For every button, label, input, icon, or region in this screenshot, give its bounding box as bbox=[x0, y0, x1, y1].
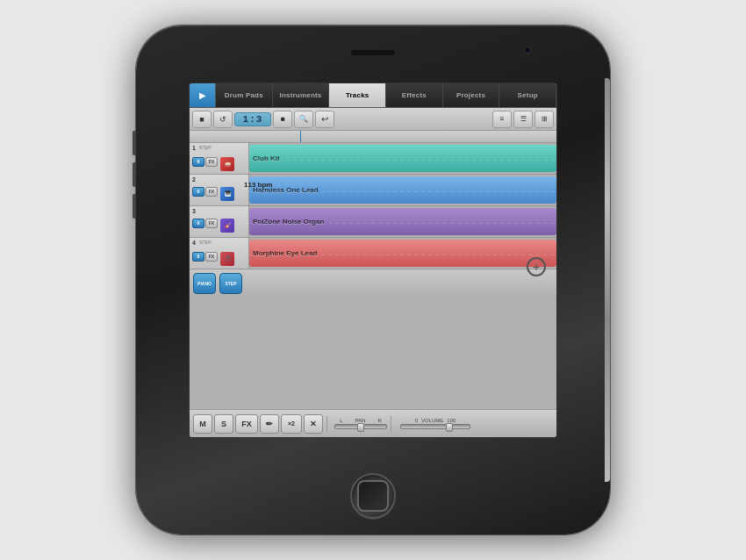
track-4-fx[interactable]: FX bbox=[205, 252, 218, 262]
pencil-button[interactable]: ✏ bbox=[260, 414, 279, 434]
track-1-buttons: II FX 🥁 bbox=[192, 157, 234, 171]
track-1-fx[interactable]: FX bbox=[205, 157, 218, 167]
track-4-number: 4 bbox=[192, 240, 196, 246]
tab-instruments[interactable]: Instruments bbox=[273, 83, 330, 107]
track-2-controls: 2 II FX 🎹 bbox=[190, 175, 249, 205]
tab-drum-pads[interactable]: Drum Pads bbox=[216, 83, 273, 107]
copy-button[interactable]: ×2 bbox=[281, 414, 302, 434]
add-piano-button[interactable]: PIANO bbox=[193, 273, 216, 294]
track-1-mute[interactable]: II bbox=[192, 157, 204, 167]
track-4-controls: 4 STEP II FX 🎵 bbox=[190, 238, 249, 269]
pan-slider[interactable] bbox=[334, 424, 387, 429]
loop-button[interactable]: ↺ bbox=[213, 111, 233, 128]
track-4-buttons: II FX 🎵 bbox=[192, 252, 234, 266]
track-2-buttons: II FX 🎹 bbox=[192, 187, 234, 201]
top-nav: Drum Pads Instruments Tracks Effects Pro… bbox=[190, 83, 556, 108]
earpiece bbox=[351, 50, 395, 55]
add-step-button[interactable]: STEP bbox=[219, 273, 242, 294]
track-4-block: Morphine Eye Lead bbox=[249, 240, 556, 267]
rows-view-button[interactable]: ☰ bbox=[513, 111, 533, 128]
mute-button[interactable]: M bbox=[193, 414, 212, 434]
undo-button[interactable]: ↩ bbox=[315, 111, 334, 128]
track-row: 1 STEP II FX 🥁 bbox=[190, 143, 556, 175]
toolbar: ■ ↺ 1:3 ⏺ 🔍 ↩ ≡ ☰ ⊞ bbox=[190, 108, 556, 131]
tab-setup[interactable]: Setup bbox=[499, 83, 556, 107]
iphone-screen: Drum Pads Instruments Tracks Effects Pro… bbox=[189, 83, 557, 438]
track-1-block: Club Kit bbox=[249, 145, 556, 172]
track-3-mute[interactable]: II bbox=[192, 219, 204, 228]
track-3-content[interactable]: PoiZone Noise Organ bbox=[249, 206, 556, 237]
track-2-block: Harmless One Lead bbox=[249, 176, 556, 204]
track-4-label: Morphine Eye Lead bbox=[253, 249, 317, 257]
position-display[interactable]: 1:3 bbox=[234, 112, 271, 126]
track-3-controls: 3 II FX 🎸 bbox=[190, 206, 249, 237]
home-button[interactable] bbox=[350, 473, 396, 519]
fx-button[interactable]: FX bbox=[235, 414, 258, 434]
grid-view-button[interactable]: ⊞ bbox=[534, 111, 554, 128]
track-1-label: Club Kit bbox=[253, 154, 280, 162]
track-row: 3 II FX 🎸 bbox=[190, 206, 556, 238]
tracks-container: 1 STEP II FX 🥁 bbox=[190, 131, 556, 409]
track-4-content[interactable]: Morphine Eye Lead bbox=[249, 238, 556, 269]
tab-tracks[interactable]: Tracks bbox=[329, 83, 386, 107]
track-2-mute[interactable]: II bbox=[192, 187, 204, 197]
app-ui: Drum Pads Instruments Tracks Effects Pro… bbox=[190, 83, 556, 437]
track-4-mute[interactable]: II bbox=[192, 252, 204, 262]
vol-down-button[interactable] bbox=[133, 162, 136, 187]
solo-button[interactable]: S bbox=[214, 414, 233, 434]
mute-button[interactable] bbox=[133, 194, 136, 219]
zoom-button[interactable]: 🔍 bbox=[294, 111, 313, 128]
divider-2 bbox=[391, 416, 391, 432]
volume-slider-thumb[interactable] bbox=[446, 423, 453, 432]
record-button[interactable]: ⏺ bbox=[273, 111, 292, 128]
track-1-controls: 1 STEP II FX 🥁 bbox=[190, 143, 249, 174]
add-track-row: PIANO STEP + bbox=[190, 269, 556, 298]
bpm-label: 113 bpm bbox=[244, 181, 272, 189]
track-row: 2 II FX 🎹 bbox=[190, 175, 556, 206]
volume-slider[interactable] bbox=[400, 424, 470, 429]
iphone-shell: Drum Pads Instruments Tracks Effects Pro… bbox=[136, 25, 610, 535]
track-1-number: 1 bbox=[192, 145, 196, 151]
tab-projects[interactable]: Projects bbox=[443, 83, 500, 107]
track-3-fx[interactable]: FX bbox=[205, 219, 218, 228]
track-3-block: PoiZone Noise Organ bbox=[249, 208, 556, 235]
track-1-content[interactable]: Club Kit bbox=[249, 143, 556, 174]
track-3-buttons: II FX 🎸 bbox=[192, 219, 234, 233]
tracks-area: 1 STEP II FX 🥁 bbox=[190, 131, 556, 409]
track-2-fx[interactable]: FX bbox=[205, 187, 218, 197]
volume-section: 0 VOLUME 100 bbox=[400, 418, 470, 429]
delete-button[interactable]: ✕ bbox=[304, 414, 323, 434]
play-button[interactable] bbox=[190, 83, 216, 107]
track-4-type: STEP bbox=[199, 240, 212, 245]
divider bbox=[326, 416, 327, 432]
track-row: 4 STEP II FX 🎵 bbox=[190, 238, 556, 269]
tab-effects[interactable]: Effects bbox=[386, 83, 443, 107]
stop-button[interactable]: ■ bbox=[192, 111, 212, 128]
add-track-circle-button[interactable]: + bbox=[527, 257, 546, 276]
home-button-inner bbox=[357, 480, 389, 512]
camera bbox=[524, 47, 531, 54]
list-view-button[interactable]: ≡ bbox=[492, 111, 512, 128]
track-2-number: 2 bbox=[192, 176, 196, 183]
track-3-label: PoiZone Noise Organ bbox=[253, 218, 324, 226]
pan-slider-thumb[interactable] bbox=[357, 423, 364, 432]
bottom-controls: M S FX ✏ ×2 ✕ bbox=[190, 409, 556, 437]
track-1-type: STEP bbox=[199, 145, 212, 150]
playhead bbox=[300, 131, 301, 142]
track-3-number: 3 bbox=[192, 208, 196, 214]
timeline-ruler bbox=[190, 131, 556, 143]
vol-up-button[interactable] bbox=[133, 131, 136, 155]
track-2-content[interactable]: Harmless One Lead bbox=[249, 175, 556, 205]
pan-section: L PAN R bbox=[334, 418, 387, 429]
volume-buttons bbox=[133, 131, 136, 219]
